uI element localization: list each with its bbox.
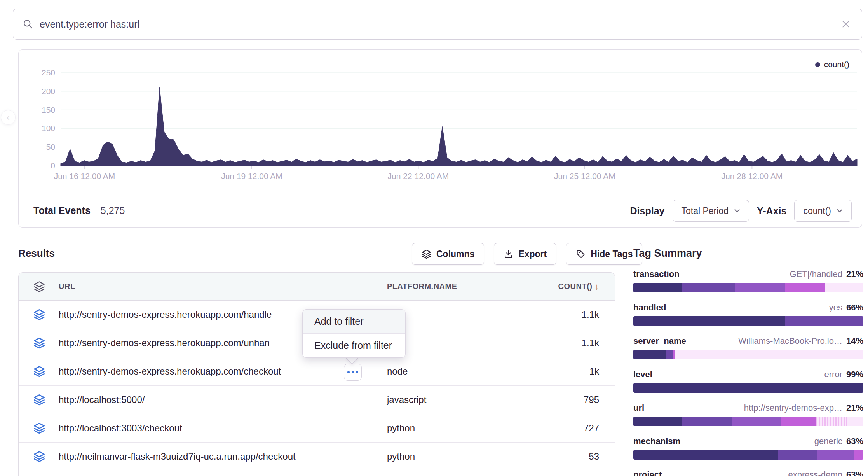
sidebar-collapse-handle[interactable]: ‹ xyxy=(1,110,16,125)
tag-entry-project: project express-demo 63% xyxy=(633,470,863,476)
count-cell[interactable]: 1k xyxy=(589,366,599,377)
tag-percent: 99% xyxy=(846,369,863,380)
tag-percent: 66% xyxy=(846,303,863,313)
tag-bar-segment xyxy=(732,416,781,426)
clear-search-icon[interactable] xyxy=(841,19,851,29)
events-area-chart[interactable]: 050100150200250Jun 16 12:00 AMJun 19 12:… xyxy=(19,50,863,193)
menu-item-exclude-from-filter[interactable]: Exclude from filter xyxy=(303,334,405,357)
url-cell[interactable]: http://sentry-demos-express.herokuapp.co… xyxy=(59,338,270,348)
tag-bar-segment xyxy=(633,383,863,393)
tag-percent: 63% xyxy=(846,470,863,476)
tag-name: url xyxy=(633,403,644,413)
download-icon xyxy=(504,249,513,259)
table-row[interactable]: http://sentry-demos-express.herokuapp.co… xyxy=(19,357,615,386)
count-cell[interactable]: 53 xyxy=(589,451,599,462)
cell-actions-button[interactable] xyxy=(344,364,362,381)
tag-top-value: http://sentry-demos-exp… xyxy=(744,403,842,413)
hide-tags-button[interactable]: Hide Tags xyxy=(566,243,642,265)
svg-text:250: 250 xyxy=(42,68,55,77)
yaxis-select[interactable]: count() xyxy=(794,200,852,222)
tag-distribution-bar[interactable] xyxy=(633,350,863,359)
svg-text:100: 100 xyxy=(42,124,55,133)
layers-icon xyxy=(422,249,431,259)
svg-text:200: 200 xyxy=(42,87,55,96)
url-cell[interactable]: http://sentry-demos-express.herokuapp.co… xyxy=(59,309,272,320)
tag-bar-segment xyxy=(854,450,863,460)
tag-bar-segment xyxy=(633,450,778,460)
export-button[interactable]: Export xyxy=(494,243,556,265)
display-select-value: Total Period xyxy=(682,206,729,216)
legend-series-dot xyxy=(815,62,820,67)
table-row[interactable]: http://localhost:5000/ javascript 795 xyxy=(19,386,615,414)
tag-entry-transaction: transaction GET|/handled 21% xyxy=(633,269,863,292)
layers-icon xyxy=(33,394,45,406)
tag-distribution-bar[interactable] xyxy=(633,383,863,393)
tag-bar-segment xyxy=(817,450,854,460)
tag-bar-segment xyxy=(682,283,735,292)
layers-icon xyxy=(33,422,45,434)
table-row[interactable]: http://neilmanvar-flask-m3uuizd7iq-uc.a.… xyxy=(19,443,615,471)
url-cell[interactable]: http://sentry-demos-express.herokuapp.co… xyxy=(59,366,281,377)
column-header-count[interactable]: COUNT() ↓ xyxy=(558,282,599,292)
legend-series-label: count() xyxy=(824,60,849,69)
total-events-label: Total Events xyxy=(33,205,91,216)
tag-bar-segment xyxy=(825,283,863,292)
url-cell[interactable]: http://neilmanvar-flask-m3uuizd7iq-uc.a.… xyxy=(59,451,296,462)
chart-legend[interactable]: count() xyxy=(815,60,849,69)
search-input[interactable] xyxy=(40,19,841,30)
columns-button[interactable]: Columns xyxy=(412,243,484,265)
tag-distribution-bar[interactable] xyxy=(633,316,863,326)
tag-entry-url: url http://sentry-demos-exp… 21% xyxy=(633,403,863,426)
tag-name: mechanism xyxy=(633,436,680,446)
tag-percent: 21% xyxy=(846,403,863,413)
table-row[interactable]: http://localhost:3003/checkout python 72… xyxy=(19,414,615,443)
tag-icon xyxy=(576,249,586,259)
count-cell[interactable]: 727 xyxy=(584,423,599,434)
tag-bar-segment xyxy=(781,416,816,426)
tag-top-value: error xyxy=(824,369,842,380)
cell-context-menu: Add to filter Exclude from filter xyxy=(302,309,406,358)
display-select[interactable]: Total Period xyxy=(673,200,749,222)
tag-bar-segment xyxy=(675,350,863,359)
tag-top-value: GET|/handled xyxy=(790,269,842,279)
yaxis-label: Y-Axis xyxy=(757,205,786,217)
svg-text:Jun 22 12:00 AM: Jun 22 12:00 AM xyxy=(388,172,449,180)
tag-distribution-bar[interactable] xyxy=(633,416,863,426)
column-header-url[interactable]: URL xyxy=(59,282,75,291)
tag-top-value: generic xyxy=(814,436,842,446)
url-cell[interactable]: http://localhost:3003/checkout xyxy=(59,423,182,434)
tag-bar-segment xyxy=(633,316,785,326)
tag-bar-segment xyxy=(778,450,817,460)
count-cell[interactable]: 795 xyxy=(584,394,599,405)
tag-name: transaction xyxy=(633,269,680,279)
count-cell[interactable]: 1.1k xyxy=(582,338,599,348)
platform-cell[interactable]: javascript xyxy=(387,394,426,405)
column-header-platform[interactable]: PLATFORM.NAME xyxy=(387,282,457,291)
platform-cell[interactable]: node xyxy=(387,366,408,377)
tag-name: handled xyxy=(633,303,666,313)
url-cell[interactable]: http://localhost:5000/ xyxy=(59,394,145,405)
layers-icon xyxy=(33,366,45,377)
tag-top-value: yes xyxy=(829,303,842,313)
chevron-down-icon xyxy=(837,209,843,213)
tag-bar-segment xyxy=(735,283,785,292)
platform-cell[interactable]: python xyxy=(387,451,415,462)
count-cell[interactable]: 1.1k xyxy=(582,309,599,320)
platform-cell[interactable]: python xyxy=(387,423,415,434)
svg-text:0: 0 xyxy=(51,161,55,170)
tag-distribution-bar[interactable] xyxy=(633,283,863,292)
total-events-value: 5,275 xyxy=(101,205,125,216)
tag-percent: 63% xyxy=(846,436,863,446)
chevron-down-icon xyxy=(734,209,740,213)
tag-distribution-bar[interactable] xyxy=(633,450,863,460)
tag-name: level xyxy=(633,369,652,380)
tag-entry-server_name: server_name Williams-MacBook-Pro.lo… 14% xyxy=(633,336,863,359)
tag-bar-segment xyxy=(816,416,850,426)
tag-bar-segment xyxy=(682,416,732,426)
events-chart-panel: 050100150200250Jun 16 12:00 AMJun 19 12:… xyxy=(18,49,862,228)
results-toolbar: Columns Export Hide Tags xyxy=(412,243,642,265)
discover-results-page: ‹ 050100150200250Jun 16 12:00 AMJun 19 1… xyxy=(0,0,868,476)
tag-bar-segment xyxy=(633,283,682,292)
menu-item-add-to-filter[interactable]: Add to filter xyxy=(303,310,405,333)
tag-name: project xyxy=(633,470,662,476)
